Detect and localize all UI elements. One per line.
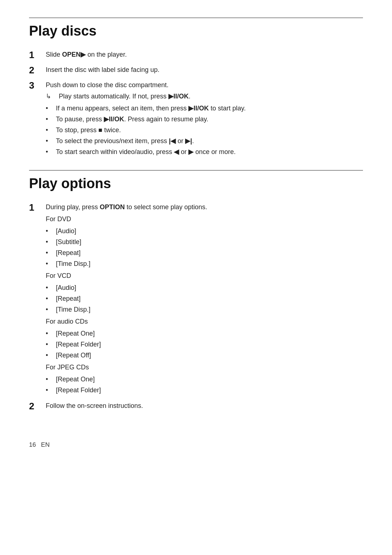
step-1-text: on the player. — [86, 51, 127, 58]
step-2-number: 2 — [29, 64, 46, 77]
play-discs-section: Play discs 1 Slide OPEN▶ on the player. … — [29, 17, 363, 158]
dvd-option-1: •[Audio] — [46, 226, 363, 236]
bullet-2-text: To pause, press ▶II/OK. Press again to r… — [56, 114, 208, 124]
for-dvd-label: For DVD — [46, 214, 363, 224]
play-discs-list: 1 Slide OPEN▶ on the player. 2 Insert th… — [29, 49, 363, 158]
vcd-option-1: •[Audio] — [46, 283, 363, 293]
play-options-section: Play options 1 During play, press OPTION… — [29, 170, 363, 413]
bullet-sym-1: • — [46, 104, 56, 113]
step-3-text: Push down to close the disc compartment. — [46, 81, 168, 89]
bullet-sym-4: • — [46, 136, 56, 146]
audio-cd-option-3: •[Repeat Off] — [46, 351, 363, 360]
bullet-4-text: To select the previous/next item, press … — [56, 136, 194, 146]
bullet-5: • To start search within video/audio, pr… — [46, 147, 363, 157]
bullet-sym-5: • — [46, 147, 56, 157]
play-options-title: Play options — [29, 170, 363, 195]
vcd-option-2: •[Repeat] — [46, 294, 363, 304]
options-step-2-number: 2 — [29, 400, 46, 413]
bullet-1-text: If a menu appears, select an item, then … — [56, 104, 246, 113]
step-1-number: 1 — [29, 49, 46, 61]
page-lang: EN — [41, 441, 50, 448]
step-3-bullets: • If a menu appears, select an item, the… — [46, 104, 363, 157]
for-jpeg-cds-group: For JPEG CDs •[Repeat One] •[Repeat Fold… — [46, 362, 363, 395]
bullet-3: • To stop, press ■ twice. — [46, 125, 363, 135]
bullet-3-text: To stop, press ■ twice. — [56, 125, 121, 135]
step-1: 1 Slide OPEN▶ on the player. — [29, 49, 363, 61]
audio-cd-option-1: •[Repeat One] — [46, 329, 363, 339]
bullet-sym-2: • — [46, 114, 56, 124]
options-step-1-intro: During play, press OPTION to select some… — [46, 203, 207, 211]
for-vcd-label: For VCD — [46, 271, 363, 281]
for-audio-cds-label: For audio CDs — [46, 317, 363, 327]
audio-cd-option-2: •[Repeat Folder] — [46, 340, 363, 349]
play-options-list: 1 During play, press OPTION to select so… — [29, 202, 363, 413]
jpeg-cd-option-1: •[Repeat One] — [46, 374, 363, 384]
bullet-2: • To pause, press ▶II/OK. Press again to… — [46, 114, 363, 124]
for-dvd-group: For DVD •[Audio] •[Subtitle] •[Repeat] •… — [46, 214, 363, 269]
step-3-content: Push down to close the disc compartment.… — [46, 80, 363, 158]
jpeg-cd-option-2: •[Repeat Folder] — [46, 385, 363, 395]
dvd-option-3: •[Repeat] — [46, 248, 363, 258]
open-label: OPEN▶ — [62, 51, 86, 58]
dvd-options-list: •[Audio] •[Subtitle] •[Repeat] •[Time Di… — [46, 226, 363, 269]
step-1-content: Slide OPEN▶ on the player. — [46, 49, 363, 60]
bullet-1: • If a menu appears, select an item, the… — [46, 104, 363, 113]
bullet-4: • To select the previous/next item, pres… — [46, 136, 363, 146]
for-jpeg-cds-label: For JPEG CDs — [46, 362, 363, 372]
options-step-2: 2 Follow the on-screen instructions. — [29, 400, 363, 413]
vcd-options-list: •[Audio] •[Repeat] •[Time Disp.] — [46, 283, 363, 315]
bullet-5-text: To start search within video/audio, pres… — [56, 147, 236, 157]
play-discs-title: Play discs — [29, 17, 363, 42]
dvd-option-2: •[Subtitle] — [46, 237, 363, 247]
arrow-text: Play starts automatically. If not, press… — [59, 92, 191, 101]
page-footer: 16 EN — [29, 441, 363, 449]
options-step-1-content: During play, press OPTION to select some… — [46, 202, 363, 397]
page-number: 16 — [29, 441, 36, 448]
arrow-item: ↳ Play starts automatically. If not, pre… — [46, 92, 363, 101]
bullet-sym-3: • — [46, 125, 56, 135]
step-3-number: 3 — [29, 80, 46, 92]
step-3: 3 Push down to close the disc compartmen… — [29, 80, 363, 158]
options-step-1: 1 During play, press OPTION to select so… — [29, 202, 363, 397]
options-step-2-text: Follow the on-screen instructions. — [46, 402, 143, 409]
arrow-symbol: ↳ — [46, 92, 59, 101]
for-vcd-group: For VCD •[Audio] •[Repeat] •[Time Disp.] — [46, 271, 363, 315]
for-audio-cds-group: For audio CDs •[Repeat One] •[Repeat Fol… — [46, 317, 363, 360]
options-step-2-content: Follow the on-screen instructions. — [46, 400, 363, 411]
dvd-option-4: •[Time Disp.] — [46, 259, 363, 269]
jpeg-cds-options-list: •[Repeat One] •[Repeat Folder] — [46, 374, 363, 395]
options-step-1-number: 1 — [29, 202, 46, 214]
vcd-option-3: •[Time Disp.] — [46, 305, 363, 315]
step-2: 2 Insert the disc with label side facing… — [29, 64, 363, 77]
audio-cds-options-list: •[Repeat One] •[Repeat Folder] •[Repeat … — [46, 329, 363, 360]
step-2-content: Insert the disc with label side facing u… — [46, 64, 363, 75]
step-2-text: Insert the disc with label side facing u… — [46, 66, 159, 73]
